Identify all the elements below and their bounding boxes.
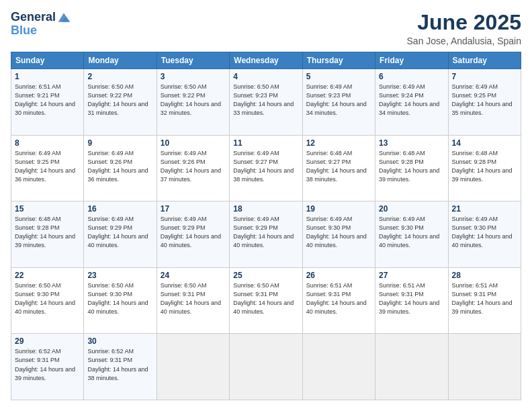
day-number: 15 xyxy=(15,204,80,214)
day-number: 5 xyxy=(306,72,371,81)
day-info: Sunrise: 6:49 AMSunset: 9:29 PMDaylight:… xyxy=(161,215,226,250)
header: General Blue June 2025 San Jose, Andalus… xyxy=(11,11,521,46)
day-header-wednesday: Wednesday xyxy=(230,52,302,69)
logo-blue: Blue xyxy=(11,24,71,38)
day-number: 14 xyxy=(452,138,517,148)
day-info: Sunrise: 6:49 AMSunset: 9:24 PMDaylight:… xyxy=(379,83,444,118)
calendar-cell: 8Sunrise: 6:49 AMSunset: 9:25 PMDaylight… xyxy=(11,135,84,201)
calendar-cell: 30Sunrise: 6:52 AMSunset: 9:31 PMDayligh… xyxy=(84,334,157,400)
day-header-sunday: Sunday xyxy=(11,52,84,69)
calendar-cell: 11Sunrise: 6:49 AMSunset: 9:27 PMDayligh… xyxy=(230,135,302,201)
location: San Jose, Andalusia, Spain xyxy=(407,36,521,46)
calendar-cell: 29Sunrise: 6:52 AMSunset: 9:31 PMDayligh… xyxy=(11,334,84,400)
calendar-cell: 9Sunrise: 6:49 AMSunset: 9:26 PMDaylight… xyxy=(84,135,157,201)
day-info: Sunrise: 6:51 AMSunset: 9:31 PMDaylight:… xyxy=(306,281,371,316)
day-info: Sunrise: 6:50 AMSunset: 9:22 PMDaylight:… xyxy=(87,83,152,118)
calendar-cell: 7Sunrise: 6:49 AMSunset: 9:25 PMDaylight… xyxy=(448,69,521,136)
calendar-cell: 10Sunrise: 6:49 AMSunset: 9:26 PMDayligh… xyxy=(157,135,229,201)
calendar-cell: 21Sunrise: 6:49 AMSunset: 9:30 PMDayligh… xyxy=(448,201,521,268)
day-info: Sunrise: 6:50 AMSunset: 9:23 PMDaylight:… xyxy=(233,83,298,118)
calendar-cell: 25Sunrise: 6:50 AMSunset: 9:31 PMDayligh… xyxy=(230,267,302,334)
calendar-cell: 24Sunrise: 6:50 AMSunset: 9:31 PMDayligh… xyxy=(157,267,229,334)
logo-text: General xyxy=(11,11,56,24)
day-number: 6 xyxy=(379,72,444,81)
calendar-cell: 15Sunrise: 6:48 AMSunset: 9:28 PMDayligh… xyxy=(11,201,84,268)
day-info: Sunrise: 6:49 AMSunset: 9:25 PMDaylight:… xyxy=(15,149,80,184)
day-number: 20 xyxy=(379,204,444,214)
day-number: 13 xyxy=(379,138,444,148)
day-info: Sunrise: 6:49 AMSunset: 9:30 PMDaylight:… xyxy=(379,215,444,250)
day-number: 10 xyxy=(161,138,226,148)
calendar-cell: 18Sunrise: 6:49 AMSunset: 9:29 PMDayligh… xyxy=(230,201,302,268)
calendar-cell: 20Sunrise: 6:49 AMSunset: 9:30 PMDayligh… xyxy=(375,201,448,268)
calendar-cell: 5Sunrise: 6:49 AMSunset: 9:23 PMDaylight… xyxy=(302,69,375,136)
day-number: 18 xyxy=(233,204,298,214)
calendar-cell: 2Sunrise: 6:50 AMSunset: 9:22 PMDaylight… xyxy=(84,69,157,136)
day-number: 8 xyxy=(15,138,80,148)
calendar-cell xyxy=(230,334,302,400)
day-info: Sunrise: 6:49 AMSunset: 9:30 PMDaylight:… xyxy=(306,215,371,250)
day-number: 21 xyxy=(452,204,517,214)
calendar-week-row: 15Sunrise: 6:48 AMSunset: 9:28 PMDayligh… xyxy=(11,201,521,268)
day-number: 24 xyxy=(161,271,226,280)
day-header-thursday: Thursday xyxy=(302,52,375,69)
day-number: 7 xyxy=(452,72,517,81)
day-info: Sunrise: 6:49 AMSunset: 9:23 PMDaylight:… xyxy=(306,83,371,118)
day-number: 25 xyxy=(233,271,298,280)
day-number: 2 xyxy=(87,72,152,81)
day-number: 16 xyxy=(87,204,152,214)
day-info: Sunrise: 6:49 AMSunset: 9:29 PMDaylight:… xyxy=(87,215,152,250)
day-number: 1 xyxy=(15,72,80,81)
calendar-cell: 22Sunrise: 6:50 AMSunset: 9:30 PMDayligh… xyxy=(11,267,84,334)
day-info: Sunrise: 6:49 AMSunset: 9:30 PMDaylight:… xyxy=(452,215,517,250)
day-info: Sunrise: 6:50 AMSunset: 9:30 PMDaylight:… xyxy=(15,281,80,316)
calendar-cell: 4Sunrise: 6:50 AMSunset: 9:23 PMDaylight… xyxy=(230,69,302,136)
day-info: Sunrise: 6:50 AMSunset: 9:31 PMDaylight:… xyxy=(233,281,298,316)
day-number: 27 xyxy=(379,271,444,280)
calendar-cell: 16Sunrise: 6:49 AMSunset: 9:29 PMDayligh… xyxy=(84,201,157,268)
day-number: 30 xyxy=(87,336,152,346)
calendar-cell: 6Sunrise: 6:49 AMSunset: 9:24 PMDaylight… xyxy=(375,69,448,136)
calendar-week-row: 1Sunrise: 6:51 AMSunset: 9:21 PMDaylight… xyxy=(11,69,521,136)
logo-icon xyxy=(57,11,71,24)
day-number: 12 xyxy=(306,138,371,148)
day-info: Sunrise: 6:49 AMSunset: 9:25 PMDaylight:… xyxy=(452,83,517,118)
calendar-cell: 14Sunrise: 6:48 AMSunset: 9:28 PMDayligh… xyxy=(448,135,521,201)
calendar-cell: 3Sunrise: 6:50 AMSunset: 9:22 PMDaylight… xyxy=(157,69,229,136)
calendar-cell: 17Sunrise: 6:49 AMSunset: 9:29 PMDayligh… xyxy=(157,201,229,268)
calendar-cell xyxy=(302,334,375,400)
calendar-cell: 27Sunrise: 6:51 AMSunset: 9:31 PMDayligh… xyxy=(375,267,448,334)
day-header-saturday: Saturday xyxy=(448,52,521,69)
calendar-week-row: 22Sunrise: 6:50 AMSunset: 9:30 PMDayligh… xyxy=(11,267,521,334)
calendar-week-row: 29Sunrise: 6:52 AMSunset: 9:31 PMDayligh… xyxy=(11,334,521,400)
day-info: Sunrise: 6:49 AMSunset: 9:27 PMDaylight:… xyxy=(233,149,298,184)
calendar-cell: 23Sunrise: 6:50 AMSunset: 9:30 PMDayligh… xyxy=(84,267,157,334)
day-number: 3 xyxy=(161,72,226,81)
logo: General Blue xyxy=(11,11,71,38)
day-info: Sunrise: 6:52 AMSunset: 9:31 PMDaylight:… xyxy=(15,347,80,382)
day-number: 19 xyxy=(306,204,371,214)
day-number: 9 xyxy=(87,138,152,148)
calendar-cell: 28Sunrise: 6:51 AMSunset: 9:31 PMDayligh… xyxy=(448,267,521,334)
day-number: 4 xyxy=(233,72,298,81)
calendar-cell xyxy=(375,334,448,400)
calendar-cell: 19Sunrise: 6:49 AMSunset: 9:30 PMDayligh… xyxy=(302,201,375,268)
day-number: 28 xyxy=(452,271,517,280)
day-info: Sunrise: 6:51 AMSunset: 9:21 PMDaylight:… xyxy=(15,83,80,118)
day-info: Sunrise: 6:48 AMSunset: 9:28 PMDaylight:… xyxy=(379,149,444,184)
day-header-tuesday: Tuesday xyxy=(157,52,229,69)
day-info: Sunrise: 6:52 AMSunset: 9:31 PMDaylight:… xyxy=(87,347,152,382)
calendar-cell xyxy=(157,334,229,400)
day-info: Sunrise: 6:50 AMSunset: 9:31 PMDaylight:… xyxy=(161,281,226,316)
day-info: Sunrise: 6:49 AMSunset: 9:26 PMDaylight:… xyxy=(87,149,152,184)
day-info: Sunrise: 6:50 AMSunset: 9:22 PMDaylight:… xyxy=(161,83,226,118)
day-info: Sunrise: 6:48 AMSunset: 9:27 PMDaylight:… xyxy=(306,149,371,184)
day-number: 26 xyxy=(306,271,371,280)
day-info: Sunrise: 6:49 AMSunset: 9:26 PMDaylight:… xyxy=(161,149,226,184)
day-number: 22 xyxy=(15,271,80,280)
calendar-table: SundayMondayTuesdayWednesdayThursdayFrid… xyxy=(11,52,521,400)
calendar-cell: 13Sunrise: 6:48 AMSunset: 9:28 PMDayligh… xyxy=(375,135,448,201)
day-info: Sunrise: 6:51 AMSunset: 9:31 PMDaylight:… xyxy=(452,281,517,316)
day-header-friday: Friday xyxy=(375,52,448,69)
calendar-cell: 1Sunrise: 6:51 AMSunset: 9:21 PMDaylight… xyxy=(11,69,84,136)
